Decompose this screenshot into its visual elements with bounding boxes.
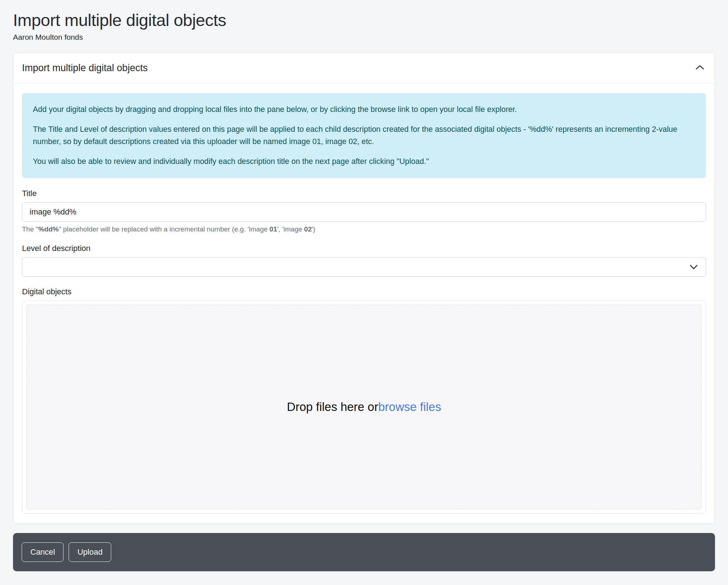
level-of-description-select[interactable] [22, 257, 706, 277]
digital-objects-field-group: Digital objects Drop files here or brows… [22, 287, 706, 514]
file-dropzone[interactable]: Drop files here or browse files [26, 305, 702, 509]
chevron-down-icon [689, 263, 699, 273]
title-field-group: Title The "%dd%" placeholder will be rep… [22, 189, 706, 233]
title-label: Title [22, 189, 706, 198]
title-input[interactable] [22, 202, 706, 222]
import-panel: Import multiple digital objects Add your… [13, 52, 715, 524]
page: Import multiple digital objects Aaron Mo… [0, 0, 728, 571]
panel-header-title: Import multiple digital objects [22, 62, 148, 74]
page-title: Import multiple digital objects [13, 10, 715, 30]
panel-header-toggle[interactable]: Import multiple digital objects [13, 53, 715, 83]
info-alert: Add your digital objects by dragging and… [22, 93, 706, 178]
chevron-up-icon[interactable] [694, 62, 705, 74]
info-alert-paragraph: The Title and Level of description value… [33, 124, 695, 148]
page-subtitle: Aaron Moulton fonds [13, 33, 715, 42]
cancel-button[interactable]: Cancel [22, 542, 64, 562]
panel-body: Add your digital objects by dragging and… [13, 83, 715, 524]
digital-objects-label: Digital objects [22, 287, 706, 296]
dropzone-container: Drop files here or browse files [22, 300, 706, 514]
info-alert-paragraph: You will also be able to review and indi… [33, 156, 695, 168]
level-of-description-field-group: Level of description [22, 244, 706, 277]
level-of-description-label: Level of description [22, 244, 706, 253]
actions-bar: Cancel Upload [13, 533, 715, 571]
dropzone-text: Drop files here or [287, 400, 378, 414]
info-alert-paragraph: Add your digital objects by dragging and… [33, 104, 695, 116]
upload-button[interactable]: Upload [69, 542, 111, 562]
title-help-text: The "%dd%" placeholder will be replaced … [22, 225, 706, 233]
browse-files-link[interactable]: browse files [378, 400, 441, 414]
